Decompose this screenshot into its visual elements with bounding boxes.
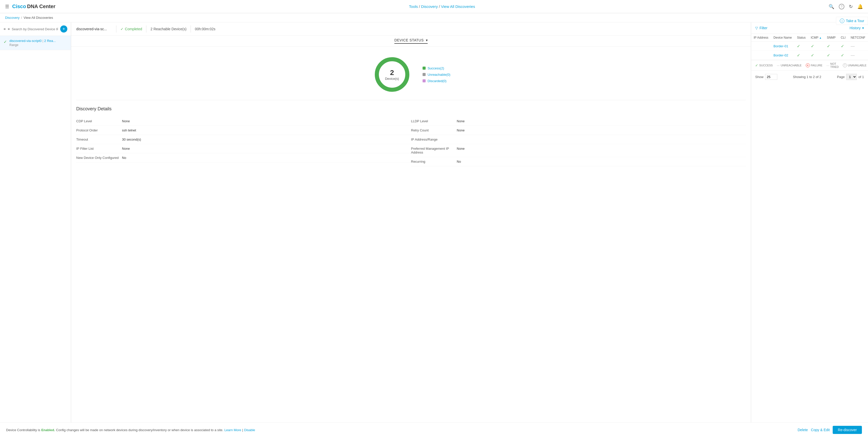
chevron-down-icon: ▾ [862,26,864,30]
cell-ip-2 [751,51,771,60]
rediscover-button[interactable]: Re-discover [833,426,862,434]
legend-success: ✓ SUCCESS [755,63,773,67]
legend-bar: ✓ SUCCESS — UNREACHABLE ✕ FAILURE — NOT … [751,60,868,70]
disable-link[interactable]: Disable [244,428,255,432]
delete-button[interactable]: Delete [798,428,808,432]
reachable-count: 2 Reachable Device(s) [150,27,187,31]
page-dropdown[interactable]: 1 [846,74,857,80]
refresh-icon[interactable]: ↻ [849,4,853,9]
detail-ip-filter: IP Filter List None [76,144,411,153]
hamburger-icon[interactable]: ☰ [5,4,9,9]
brand-logo: Cisco DNA Center [12,4,55,9]
cli-check-2: ✓ [841,53,844,57]
bottom-bar-message: Device Controllability is Enabled. Confi… [6,428,255,432]
sidebar-search-bar: ≡ ≡ + [0,22,71,36]
discovery-link[interactable]: Discovery [421,4,438,9]
cell-netconf-1: — [848,42,868,51]
copy-edit-button[interactable]: Copy & Edit [811,428,830,432]
filter-icon: ≡ [4,27,6,31]
right-panel-bottom: ✓ SUCCESS — UNREACHABLE ✕ FAILURE — NOT … [751,60,868,83]
icmp-check-1: ✓ [811,44,814,48]
status-check-1: ✓ [797,44,800,48]
table-row[interactable]: Border-02 ✓ ✓ ✓ ✓ — [751,51,868,60]
equals-icon: ≡ [8,27,10,31]
breadcrumb-current: View All Discoveries [24,16,53,20]
brand-rest: DNA Center [27,4,55,9]
filter-icon: ▽ [755,26,758,30]
unavailable-icon: ? [843,63,847,67]
legend-failure: ✕ FAILURE [806,63,823,67]
icmp-check-2: ✓ [811,53,814,57]
detail-lldp-level: LLDP Level None [411,117,746,126]
col-icmp[interactable]: ICMP ▲ [808,34,824,42]
detail-timeout: Timeout 30 second(s) [76,135,411,144]
cell-cli-1: ✓ [838,42,848,51]
view-all-link[interactable]: View All Discoveries [441,4,475,9]
bottom-bar: Device Controllability is Enabled. Confi… [0,423,868,436]
cell-icmp-2: ✓ [808,51,824,60]
col-snmp: SNMP [824,34,838,42]
sidebar-item[interactable]: ✓ discovered-via-script0 | 2 Rea... Rang… [0,36,71,50]
show-select: Show [755,74,777,80]
detail-preferred-mgmt: Preferred Management IP Address None [411,144,746,157]
success-label[interactable]: Success(2) [428,66,444,70]
donut-section: 2 Device(s) Success(2) Unreachable(0) Di… [71,47,751,100]
filter-button[interactable]: ▽ Filter [755,26,767,30]
show-input[interactable] [765,74,777,80]
col-ip: IP Address [751,34,771,42]
discarded-label[interactable]: Discarded(0) [428,79,446,83]
detail-cdp-level: CDP Level None [76,117,411,126]
learn-more-link[interactable]: Learn More [224,428,241,432]
sort-icon: ▲ [819,36,822,39]
table-row[interactable]: Border-01 ✓ ✓ ✓ ✓ — [751,42,868,51]
discovery-details-title: Discovery Details [76,106,746,112]
table-header: IP Address Device Name Status ICMP ▲ SNM… [751,34,868,42]
tools-link[interactable]: Tools [409,4,418,9]
top-nav: ☰ Cisco DNA Center Tools / Discovery / V… [0,0,868,13]
detail-recurring: Recurring No [411,157,746,166]
status-check-2: ✓ [797,53,800,57]
donut-legend: Success(2) Unreachable(0) Discarded(0) [423,66,451,83]
cell-icmp-1: ✓ [808,42,824,51]
bottom-bar-actions: Delete Copy & Edit Re-discover [798,426,862,434]
not-tried-icon: — [827,64,829,67]
content-panel: discovered-via-sc... ✓ Completed 2 Reach… [71,22,751,436]
brand-cisco: Cisco [12,4,26,9]
col-netconf: NETCONF [848,34,868,42]
cell-name-1: Border-01 [771,42,794,51]
cell-snmp-1: ✓ [824,42,838,51]
details-left: CDP Level None Protocol Order ssh telnet… [76,117,411,166]
content-header: discovered-via-sc... ✓ Completed 2 Reach… [71,22,751,36]
bell-icon[interactable]: 🔔 [857,4,863,9]
detail-ip-range: IP Address/Range [411,135,746,144]
donut-chart: 2 Device(s) [372,54,412,95]
cell-name-2: Border-02 [771,51,794,60]
search-input[interactable] [12,27,58,31]
details-right: LLDP Level None Retry Count None IP Addr… [411,117,746,166]
legend-unavailable: ? UNAVAILABLE [843,63,867,67]
legend-not-tried: — NOT TRIED [827,62,839,68]
enabled-label: Enabled. [41,428,55,432]
details-grid: CDP Level None Protocol Order ssh telnet… [76,117,746,166]
info-icon: i [840,19,844,23]
legend-unreachable: — UNREACHABLE [777,64,802,67]
device-status-bar: DEVICE STATUS ▾ [71,36,751,47]
add-discovery-button[interactable]: + [60,25,67,33]
device-status-dropdown[interactable]: DEVICE STATUS ▾ [394,38,428,44]
cell-ip-1 [751,42,771,51]
detail-protocol-order: Protocol Order ssh telnet [76,126,411,135]
unreachable-label[interactable]: Unreachable(0) [428,73,451,77]
take-tour-button[interactable]: i Take a Tour [836,17,868,25]
search-icon[interactable]: 🔍 [829,4,834,9]
legend-unreachable: Unreachable(0) [423,73,451,77]
chevron-down-icon: ▾ [426,38,428,42]
breadcrumb-discovery[interactable]: Discovery [5,16,20,20]
topnav-left: ☰ Cisco DNA Center [5,4,55,9]
devices-table: IP Address Device Name Status ICMP ▲ SNM… [751,34,868,60]
status-check-icon: ✓ [120,27,123,31]
history-button[interactable]: History ▾ [849,26,864,30]
discovery-title: discovered-via-sc... [76,27,107,31]
help-icon[interactable]: ? [839,4,844,9]
col-status: Status [794,34,808,42]
discarded-dot [423,79,426,82]
